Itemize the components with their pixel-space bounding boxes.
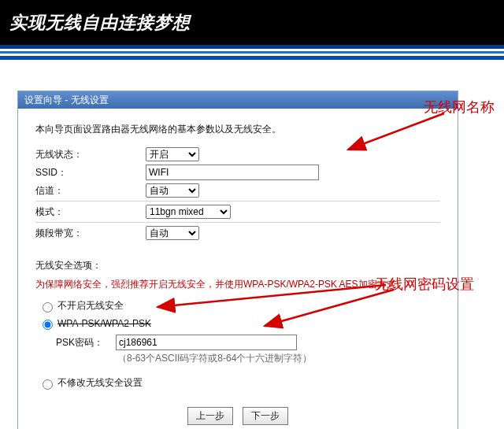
select-bandwidth[interactable]: 自动 xyxy=(146,226,199,240)
top-banner: 实现无线自由连接梦想 xyxy=(0,0,504,45)
security-note: 为保障网络安全，强烈推荐开启无线安全，并使用WPA-PSK/WPA2-PSK A… xyxy=(35,277,440,291)
radio-wpa[interactable] xyxy=(43,320,53,330)
separator xyxy=(35,222,440,223)
label-status: 无线状态： xyxy=(35,148,146,161)
wizard-card: 设置向导 - 无线设置 本向导页面设置路由器无线网络的基本参数以及无线安全。 无… xyxy=(17,91,458,429)
next-button[interactable]: 下一步 xyxy=(243,407,288,425)
radio-none-label: 不开启无线安全 xyxy=(57,299,124,313)
radio-row-none: 不开启无线安全 xyxy=(39,299,440,313)
psk-row: PSK密码： xyxy=(56,335,440,350)
card-title: 设置向导 - 无线设置 xyxy=(18,91,458,109)
radio-none[interactable] xyxy=(43,302,53,313)
separator xyxy=(35,201,440,202)
psk-hint: （8-63个ASCII码字符或8-64个十六进制字符） xyxy=(117,352,440,365)
radio-keep-label: 不修改无线安全设置 xyxy=(57,376,143,390)
radio-keep[interactable] xyxy=(43,379,53,390)
banner-stripe xyxy=(0,45,504,60)
button-bar: 上一步 下一步 xyxy=(35,407,440,425)
app-stage: 实现无线自由连接梦想 设置向导 - 无线设置 本向导页面设置路由器无线网络的基本… xyxy=(0,0,504,429)
row-mode: 模式： 11bgn mixed xyxy=(35,205,440,219)
label-mode: 模式： xyxy=(35,205,146,219)
intro-text: 本向导页面设置路由器无线网络的基本参数以及无线安全。 xyxy=(35,123,440,136)
card-body: 本向导页面设置路由器无线网络的基本参数以及无线安全。 无线状态： 开启 SSID… xyxy=(18,109,458,429)
row-status: 无线状态： 开启 xyxy=(35,147,440,161)
label-bandwidth: 频段带宽： xyxy=(35,227,146,240)
row-channel: 信道： 自动 xyxy=(35,183,440,198)
psk-label: PSK密码： xyxy=(56,336,116,349)
radio-wpa-label: WPA-PSK/WPA2-PSK xyxy=(57,318,151,329)
label-ssid: SSID： xyxy=(35,166,146,179)
radio-row-wpa: WPA-PSK/WPA2-PSK xyxy=(39,317,440,330)
security-header: 无线安全选项： xyxy=(35,259,440,272)
row-ssid: SSID： xyxy=(35,165,440,180)
select-status[interactable]: 开启 xyxy=(146,147,199,161)
select-mode[interactable]: 11bgn mixed xyxy=(146,205,231,219)
input-ssid[interactable] xyxy=(146,165,319,180)
prev-button[interactable]: 上一步 xyxy=(187,407,233,425)
label-channel: 信道： xyxy=(35,184,146,198)
banner-slogan: 实现无线自由连接梦想 xyxy=(9,11,191,35)
input-psk[interactable] xyxy=(116,335,297,350)
radio-row-keep: 不修改无线安全设置 xyxy=(39,376,440,390)
row-bandwidth: 频段带宽： 自动 xyxy=(35,226,440,240)
select-channel[interactable]: 自动 xyxy=(146,183,199,198)
